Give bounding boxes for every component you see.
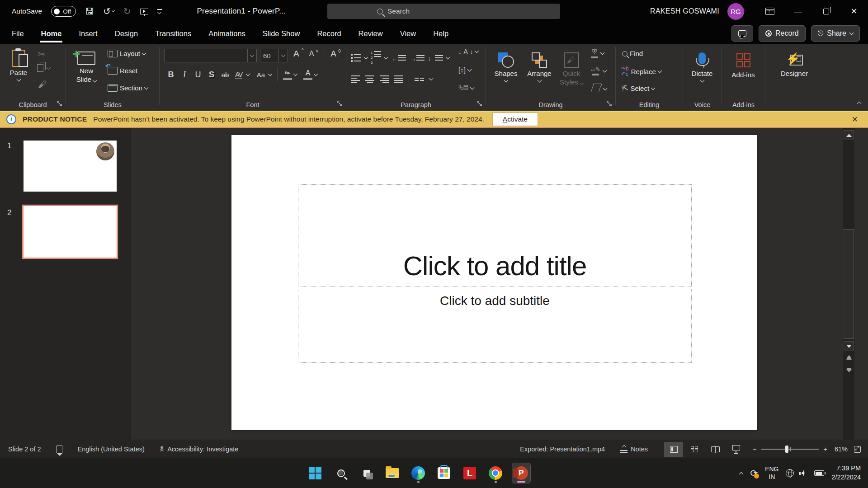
align-text-button[interactable]: [↕] (458, 66, 471, 74)
save-icon[interactable]: 🖫 (85, 6, 94, 17)
tab-record[interactable]: Record (312, 23, 345, 44)
slide-show-button[interactable] (726, 442, 745, 457)
clear-formatting-button[interactable]: A◊ (330, 49, 340, 59)
font-name-combobox[interactable] (164, 49, 257, 62)
tab-file[interactable]: File (7, 23, 28, 44)
collapse-ribbon-button[interactable] (858, 99, 861, 107)
notice-close-icon[interactable]: ✕ (852, 115, 858, 124)
chevron-down-icon[interactable] (293, 72, 298, 76)
chevron-down-icon[interactable] (268, 72, 273, 76)
shape-fill-button[interactable]: ⛨ (591, 48, 604, 58)
section-button[interactable]: Section (108, 84, 148, 92)
language-switcher[interactable]: ENGIN (765, 465, 778, 481)
microsoft-store-button[interactable] (434, 463, 453, 483)
normal-view-button[interactable] (664, 442, 683, 457)
chevron-down-icon[interactable] (314, 72, 318, 76)
paste-button[interactable]: Paste (5, 45, 32, 81)
chevron-down-icon[interactable] (246, 72, 250, 76)
dictate-button[interactable]: Dictate (686, 48, 718, 82)
tab-animations[interactable]: Animations (204, 23, 250, 44)
tab-review[interactable]: Review (354, 23, 387, 44)
select-button[interactable]: ⇱Select (622, 84, 655, 93)
account-name[interactable]: RAKESH GOSWAMI (650, 7, 719, 15)
shape-outline-button[interactable]: ▱✎ (591, 66, 606, 75)
text-direction-button[interactable]: ↓A↕ (458, 48, 478, 55)
powerpoint-button[interactable]: P (512, 463, 531, 483)
start-button[interactable] (306, 463, 325, 483)
l-app-button[interactable]: L (460, 463, 479, 483)
file-explorer-button[interactable] (383, 463, 402, 483)
chevron-down-icon[interactable] (364, 55, 368, 60)
undo-icon[interactable]: ↺ (103, 6, 114, 17)
notes-button[interactable]: Notes (620, 446, 648, 453)
shapes-button[interactable]: Shapes (490, 48, 522, 82)
activate-button[interactable]: Activate (492, 113, 538, 126)
line-spacing-button[interactable]: ↕ (431, 55, 443, 61)
slide-sorter-view-button[interactable] (685, 442, 704, 457)
decrease-font-size-button[interactable]: A˅ (309, 50, 318, 58)
strikethrough-button[interactable]: ab (219, 68, 231, 81)
record-button[interactable]: Record (759, 25, 806, 42)
sync-tray-icon[interactable]: ⟳ (750, 468, 758, 479)
autosave-toggle[interactable]: Off (51, 6, 76, 17)
format-painter-button[interactable]: 🖌 (38, 80, 47, 89)
zoom-in-button[interactable]: + (824, 446, 827, 453)
fit-slide-button[interactable] (854, 446, 861, 453)
network-icon[interactable] (786, 469, 794, 477)
volume-icon[interactable] (801, 471, 807, 475)
comments-button[interactable] (731, 25, 753, 42)
slide-indicator[interactable]: Slide 2 of 2 (8, 446, 41, 453)
designer-button[interactable]: ⚡ Designer (774, 49, 815, 78)
hidden-icons-chevron[interactable] (740, 471, 743, 476)
zoom-slider-thumb[interactable] (785, 446, 788, 453)
text-shadow-button[interactable]: S (206, 68, 217, 81)
tab-design[interactable]: Design (110, 23, 142, 44)
chevron-down-icon[interactable] (429, 76, 434, 81)
zoom-out-button[interactable]: − (753, 446, 756, 453)
chevron-down-icon[interactable] (384, 55, 388, 60)
font-dialog-launcher[interactable] (337, 100, 342, 108)
previous-slide-button[interactable] (844, 356, 854, 359)
character-spacing-button[interactable]: AV (233, 68, 245, 81)
spell-check-button[interactable] (57, 446, 62, 453)
title-placeholder[interactable]: Click to add title (298, 184, 692, 286)
align-center-button[interactable] (365, 75, 374, 83)
shape-effects-button[interactable] (592, 86, 607, 92)
slide-1-thumbnail[interactable] (24, 141, 117, 192)
vertical-scrollbar[interactable] (843, 128, 854, 440)
tab-home[interactable]: Home (37, 23, 66, 44)
underline-button[interactable]: U (192, 68, 204, 81)
convert-smartart-button[interactable]: ⮱▤ (458, 84, 474, 92)
scrollbar-thumb[interactable] (844, 229, 854, 339)
share-button[interactable]: ⎋Share (811, 25, 860, 42)
columns-button[interactable] (415, 78, 424, 81)
clipboard-dialog-launcher[interactable] (57, 100, 62, 108)
new-slide-button[interactable]: NewSlide (71, 47, 102, 84)
language-indicator[interactable]: English (United States) (78, 446, 145, 453)
numbering-button[interactable]: 123 (371, 51, 381, 65)
avatar[interactable]: RG (727, 3, 744, 20)
layout-button[interactable]: Layout (108, 50, 146, 57)
cut-button[interactable]: ✂ (38, 49, 46, 60)
accessibility-checker[interactable]: 🕱 Accessibility: Investigate (160, 445, 238, 453)
start-slideshow-icon[interactable] (140, 9, 148, 14)
font-size-input[interactable] (260, 52, 278, 60)
taskbar-search-button[interactable] (331, 463, 350, 483)
close-button[interactable]: ✕ (840, 0, 868, 23)
paragraph-dialog-launcher[interactable] (477, 100, 482, 108)
chevron-down-icon[interactable] (278, 49, 288, 62)
font-color-button[interactable]: A (303, 69, 312, 80)
search-input[interactable] (387, 7, 523, 15)
replace-button[interactable]: ↷b↶cReplace (621, 66, 661, 77)
bullets-button[interactable] (351, 54, 361, 62)
next-slide-button[interactable] (844, 369, 854, 371)
task-view-button[interactable] (357, 463, 376, 483)
edge-button[interactable] (409, 463, 428, 483)
slide-editing-surface[interactable]: Click to add title Click to add subtitle (231, 135, 757, 430)
tab-insert[interactable]: Insert (74, 23, 102, 44)
increase-indent-button[interactable]: → (412, 55, 425, 61)
decrease-indent-button[interactable]: ← (393, 55, 406, 61)
highlight-color-button[interactable]: ✎ (283, 69, 292, 80)
tab-transitions[interactable]: Transitions (151, 23, 196, 44)
restore-button[interactable] (812, 0, 840, 23)
